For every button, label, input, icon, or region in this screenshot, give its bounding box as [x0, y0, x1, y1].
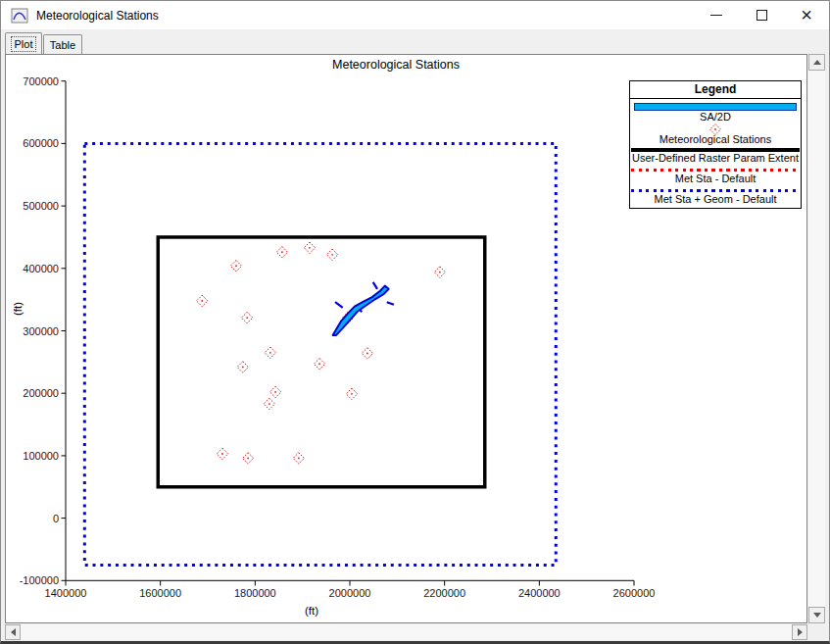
y-axis-label: (ft): [12, 302, 24, 316]
triangle-right-icon: [798, 628, 803, 636]
scroll-left-button[interactable]: [5, 624, 21, 640]
maximize-button[interactable]: [739, 1, 784, 29]
sa2d-branch: [387, 302, 394, 305]
scroll-right-button[interactable]: [792, 624, 807, 640]
station-center-dot: [351, 393, 353, 395]
x-tick-label: 1800000: [234, 587, 276, 599]
y-tick-label: 100000: [23, 450, 59, 462]
y-tick-label: 300000: [23, 325, 59, 337]
legend-label-met-sta-geom-default: Met Sta + Geom - Default: [630, 193, 801, 206]
x-tick-label: 1600000: [139, 587, 181, 599]
tab-table[interactable]: Table: [43, 34, 82, 54]
app-icon: [11, 8, 28, 24]
tab-plot[interactable]: Plot: [5, 32, 42, 54]
x-tick-label: 1400000: [45, 587, 87, 599]
app-window: Meteorological Stations × Plot Table Met…: [0, 0, 830, 644]
plot-area: Meteorological Stations(ft)(ft)140000016…: [5, 54, 807, 623]
window-controls: ×: [694, 1, 829, 29]
tab-table-label: Table: [50, 39, 75, 51]
station-center-dot: [221, 453, 223, 455]
station-markers: [197, 242, 446, 464]
x-tick-label: 2200000: [423, 587, 465, 599]
x-tick-label: 2000000: [329, 587, 371, 599]
tab-plot-label: Plot: [12, 37, 36, 51]
y-tick-label: -100000: [20, 574, 59, 586]
tab-page-plot: Meteorological Stations(ft)(ft)140000016…: [1, 54, 829, 641]
y-tick-label: 700000: [23, 75, 59, 87]
triangle-up-icon: [813, 60, 821, 65]
legend: Legend SA/2DMeteorological StationsUser-…: [629, 80, 802, 209]
legend-label-sa-2d: SA/2D: [630, 111, 801, 124]
triangle-down-icon: [813, 613, 821, 618]
x-axis-label: (ft): [305, 605, 318, 617]
station-center-dot: [318, 363, 320, 365]
sa2d-branch: [373, 282, 377, 289]
window-title: Meteorological Stations: [36, 9, 159, 23]
station-center-dot: [274, 391, 276, 393]
titlebar: Meteorological Stations ×: [1, 1, 829, 29]
station-center-dot: [439, 272, 441, 273]
scroll-up-button[interactable]: [808, 54, 825, 71]
legend-title: Legend: [630, 81, 801, 99]
horizontal-scrollbar[interactable]: [5, 624, 807, 640]
y-tick-label: 600000: [23, 137, 59, 149]
axes: 1400000160000018000002000000220000024000…: [20, 75, 656, 599]
y-tick-label: 200000: [23, 387, 59, 399]
x-tick-label: 2600000: [613, 587, 656, 599]
maximize-icon: [757, 10, 767, 21]
y-tick-label: 400000: [23, 263, 59, 274]
station-center-dot: [366, 353, 368, 355]
station-center-dot: [269, 352, 271, 354]
station-center-dot: [309, 247, 311, 249]
legend-label-met-sta-default: Met Sta - Default: [630, 173, 801, 185]
tab-bar: Plot Table: [1, 29, 829, 54]
sa2d-storage-area: [333, 282, 394, 335]
legend-label-meteorological-stations: Meteorological Stations: [630, 133, 801, 146]
triangle-left-icon: [11, 628, 16, 636]
minimize-icon: [710, 15, 722, 16]
station-center-dot: [201, 300, 203, 302]
legend-label-user-defined-raster-param-extent: User-Defined Raster Param Extent: [630, 152, 801, 165]
legend-swatch-sa-2d: [634, 103, 797, 111]
station-center-dot: [298, 458, 300, 460]
minimize-button[interactable]: [694, 1, 739, 29]
vertical-scrollbar[interactable]: [808, 54, 825, 623]
legend-swatch-met-sta-default: [631, 169, 800, 172]
chart-title: Meteorological Stations: [332, 58, 460, 72]
station-center-dot: [247, 458, 249, 460]
station-center-dot: [281, 251, 283, 253]
station-center-dot: [235, 265, 237, 267]
scroll-down-button[interactable]: [808, 607, 825, 623]
y-tick-label: 0: [53, 513, 59, 524]
legend-swatch-met-sta-geom-default: [631, 189, 800, 192]
extent-user-defined-raster-param-extent: [158, 237, 485, 487]
y-tick-label: 500000: [23, 200, 59, 212]
close-icon: ×: [801, 5, 812, 25]
x-tick-label: 2400000: [518, 587, 561, 599]
station-center-dot: [242, 367, 244, 369]
close-button[interactable]: ×: [784, 1, 829, 29]
station-center-dot: [269, 403, 270, 405]
scrollbar-corner: [808, 624, 825, 640]
station-center-dot: [331, 254, 333, 256]
sa2d-branch: [335, 302, 343, 308]
station-center-dot: [246, 317, 248, 319]
plot-curve-icon: [11, 8, 28, 24]
legend-body: SA/2DMeteorological StationsUser-Defined…: [630, 103, 801, 206]
